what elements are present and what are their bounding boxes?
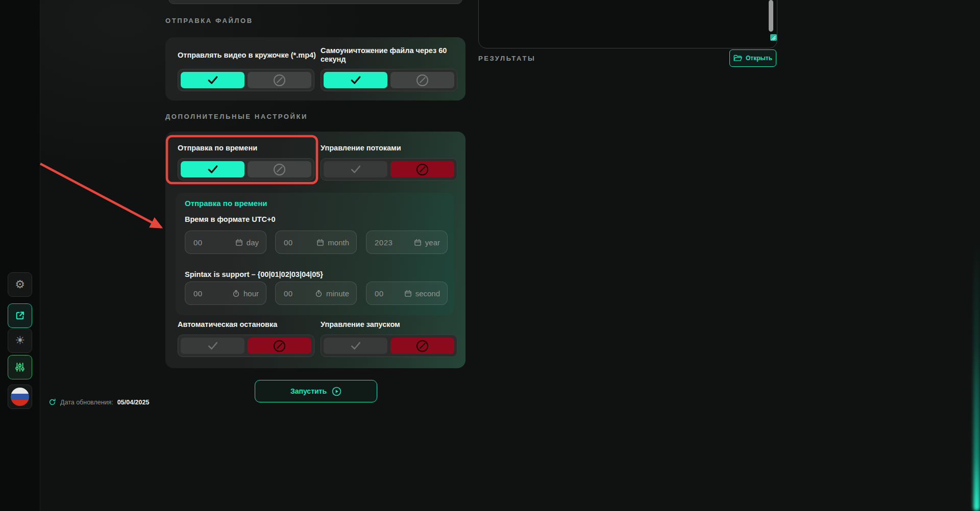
threads-label: Управление потоками — [321, 144, 401, 152]
block-icon — [274, 74, 285, 86]
update-date: 05/04/2025 — [117, 399, 150, 406]
check-icon — [207, 165, 218, 174]
auto-stop-enable-button[interactable] — [181, 338, 244, 354]
check-icon — [207, 341, 218, 350]
flag-russia-icon — [11, 388, 29, 406]
video-note-toggle — [178, 69, 314, 91]
block-icon — [274, 340, 285, 352]
stopwatch-icon — [315, 290, 323, 297]
hour-input[interactable]: 00 hour — [185, 282, 266, 305]
stopwatch-icon — [232, 290, 240, 297]
files-card: Отправлять видео в кружочке (*.mp4) Само… — [165, 37, 465, 100]
check-icon — [207, 75, 218, 85]
time-send-enable-button[interactable] — [181, 161, 244, 177]
clipped-toggle-container — [168, 0, 462, 4]
annotation-overlay — [0, 0, 980, 511]
auto-stop-toggle — [178, 335, 314, 357]
threads-toggle — [321, 158, 457, 181]
app-screen: ⚙ ☀ ОТПРАВКА ФАЙЛОВ Отп — [0, 0, 980, 511]
self-destruct-disable-button[interactable] — [390, 72, 454, 88]
auto-stop-label: Автоматическая остановка — [178, 320, 277, 329]
brightness-button[interactable]: ☀ — [8, 328, 32, 353]
files-section-title: ОТПРАВКА ФАЙЛОВ — [165, 17, 253, 24]
launch-control-label: Управление запуском — [321, 320, 400, 329]
open-button-label: Открыть — [746, 55, 772, 62]
update-status: Дата обновления: 05/04/2025 — [48, 398, 149, 406]
calendar-icon — [235, 239, 243, 246]
resize-icon — [770, 35, 777, 41]
utc-label: Время в формате UTC+0 — [185, 215, 276, 224]
refresh-icon — [48, 398, 56, 406]
month-input[interactable]: 00 month — [275, 231, 357, 254]
launch-control-disable-button[interactable] — [390, 338, 454, 354]
check-icon — [350, 165, 361, 174]
open-results-button[interactable]: Открыть — [729, 49, 776, 67]
equalizer-icon — [15, 362, 25, 372]
play-icon — [332, 387, 341, 396]
sun-icon: ☀ — [15, 335, 25, 346]
textarea-resize-grip[interactable] — [770, 34, 777, 41]
gear-icon: ⚙ — [15, 279, 25, 290]
run-button[interactable]: Запустить — [255, 380, 377, 402]
folder-open-icon — [733, 55, 742, 62]
textarea-scrollbar[interactable] — [769, 0, 773, 32]
results-title: РЕЗУЛЬТАТЫ — [478, 55, 535, 62]
calendar-icon — [404, 290, 412, 297]
second-input[interactable]: 00 second — [366, 282, 448, 305]
annotation-arrow — [40, 164, 161, 227]
auto-stop-disable-button[interactable] — [248, 338, 311, 354]
block-icon — [416, 164, 428, 175]
time-send-label: Отправка по времени — [178, 144, 257, 152]
results-textarea[interactable] — [478, 0, 777, 48]
calendar-icon — [414, 239, 422, 246]
video-note-disable-button[interactable] — [248, 72, 311, 88]
spintax-label: Spintax is support – {00|01|02|03|04|05} — [185, 270, 323, 279]
self-destruct-enable-button[interactable] — [324, 72, 387, 88]
year-input[interactable]: 2023 year — [366, 231, 448, 254]
run-button-label: Запустить — [290, 387, 327, 395]
language-button[interactable] — [8, 385, 32, 409]
calendar-icon — [316, 239, 324, 246]
threads-disable-button[interactable] — [390, 161, 454, 177]
time-send-panel: Отправка по времени Время в формате UTC+… — [176, 193, 454, 315]
time-send-disable-button[interactable] — [248, 161, 311, 177]
self-destruct-toggle — [321, 69, 457, 91]
sidebar: ⚙ ☀ — [0, 0, 40, 511]
launch-control-toggle — [321, 335, 457, 357]
check-icon — [350, 75, 361, 85]
block-icon — [416, 74, 428, 86]
threads-enable-button[interactable] — [324, 161, 387, 177]
open-external-icon — [15, 311, 25, 321]
video-note-label: Отправлять видео в кружочке (*.mp4) — [178, 51, 321, 60]
open-external-button[interactable] — [8, 303, 32, 328]
extra-settings-card: Отправка по времени Управление потоками … — [165, 132, 465, 368]
extra-section-title: ДОПОЛНИТЕЛЬНЫЕ НАСТРОЙКИ — [165, 113, 308, 120]
block-icon — [274, 164, 285, 175]
minute-input[interactable]: 00 minute — [275, 282, 357, 305]
settings-button[interactable]: ⚙ — [8, 272, 32, 297]
launch-control-enable-button[interactable] — [324, 338, 387, 354]
time-panel-title: Отправка по времени — [185, 199, 267, 208]
update-label: Дата обновления: — [60, 399, 113, 406]
block-icon — [416, 340, 428, 352]
self-destruct-label: Самоуничтожение файла через 60 секунд — [321, 46, 451, 64]
check-icon — [350, 341, 361, 350]
filters-button[interactable] — [8, 355, 32, 379]
video-note-enable-button[interactable] — [181, 72, 244, 88]
edge-glow — [973, 240, 980, 511]
day-input[interactable]: 00 day — [185, 231, 266, 254]
time-send-toggle — [178, 158, 314, 181]
